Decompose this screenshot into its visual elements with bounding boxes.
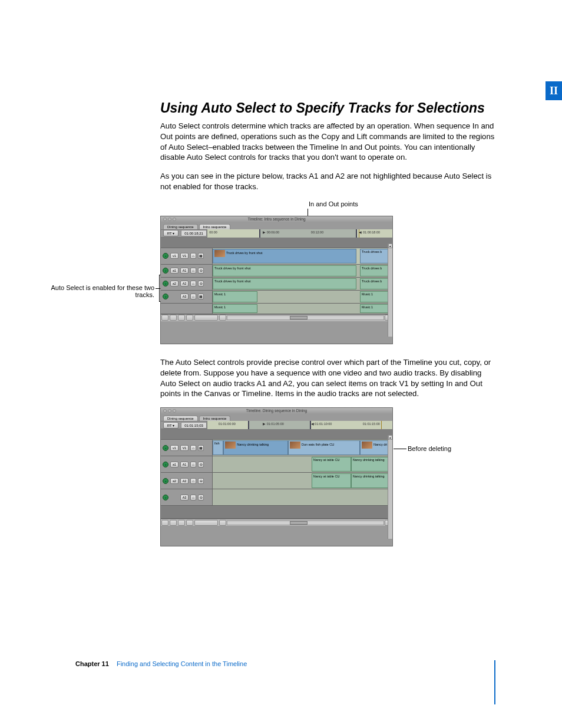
clip[interactable]: Don eats fish plate CU (288, 440, 360, 455)
tab-dining[interactable]: Dining sequence (163, 416, 198, 421)
scroll-up-icon[interactable]: ▴ (388, 435, 392, 440)
dest-patch[interactable]: A3 (180, 294, 189, 299)
auto-select-toggle[interactable]: ● (163, 294, 168, 299)
horizontal-scrollbar[interactable] (227, 521, 384, 525)
lock-icon[interactable]: ⌂ (190, 281, 196, 286)
mute-icon[interactable]: ⊖ (198, 268, 204, 274)
scroll-left-icon[interactable] (219, 315, 226, 321)
tab-intro[interactable]: Intro sequence (199, 224, 231, 229)
track-lane[interactable]: Truck drives by front shot Truck drives … (213, 278, 392, 290)
track-lane[interactable]: Nancy at table CU Nancy drinking talking (213, 473, 392, 489)
toggle-button[interactable] (161, 315, 168, 321)
tab-intro[interactable]: Intro sequence (199, 416, 231, 421)
lock-icon[interactable]: ⌂ (190, 445, 196, 451)
lock-icon[interactable]: ⌂ (190, 495, 196, 500)
playhead[interactable] (381, 421, 382, 429)
track-lane[interactable]: Truck drives by front shot Truck drives … (213, 265, 392, 277)
mute-icon[interactable]: ⊖ (198, 495, 204, 500)
dest-patch[interactable]: A1 (180, 462, 189, 467)
source-patch[interactable]: v1 (170, 445, 178, 451)
lock-icon[interactable]: ⌂ (190, 478, 196, 484)
vertical-scrollbar[interactable]: ▴ (388, 243, 392, 337)
toggle-button[interactable] (178, 315, 185, 321)
timeline-scrollbar[interactable] (161, 314, 392, 321)
clip[interactable]: Nancy drinking talking (223, 440, 288, 455)
lock-icon[interactable]: ⌂ (190, 253, 196, 259)
toggle-button[interactable] (186, 520, 193, 526)
auto-select-toggle[interactable]: ● (163, 478, 168, 484)
timeline-scrollbar[interactable] (161, 519, 392, 526)
mute-icon[interactable]: ⊖ (198, 281, 204, 286)
toggle-button[interactable] (170, 315, 177, 321)
zoom-slider[interactable] (194, 315, 218, 321)
rt-menu[interactable]: RT ▾ (163, 230, 178, 236)
visibility-icon[interactable]: ▦ (198, 253, 204, 259)
clip[interactable]: Music 1 (213, 291, 257, 302)
clip[interactable]: Nancy at table CU (312, 473, 351, 488)
toggle-button[interactable] (161, 520, 168, 526)
dest-patch[interactable]: V1 (180, 253, 189, 259)
dest-patch[interactable]: A1 (180, 268, 189, 274)
traffic-lights[interactable] (163, 409, 176, 413)
dest-patch[interactable]: A2 (180, 478, 189, 484)
clip[interactable]: fish (213, 440, 223, 455)
track-lane[interactable]: Nancy at table CU Nancy drinking talking (213, 456, 392, 472)
lock-icon[interactable]: ⌂ (190, 268, 196, 274)
mute-icon[interactable]: ⊖ (198, 462, 204, 467)
auto-select-toggle[interactable]: ● (163, 495, 168, 500)
clip[interactable]: Nancy drinking talking (351, 457, 391, 472)
tab-dining[interactable]: Dining sequence (163, 224, 198, 229)
auto-select-toggle[interactable]: ● (163, 445, 168, 451)
mute-icon[interactable]: ⊖ (198, 478, 204, 484)
rt-menu[interactable]: RT ▾ (163, 422, 178, 429)
visibility-icon[interactable]: ▦ (198, 445, 204, 451)
source-patch[interactable]: a1 (170, 462, 178, 467)
auto-select-toggle[interactable]: ● (163, 281, 168, 286)
auto-select-toggle[interactable]: ● (163, 268, 168, 274)
toggle-button[interactable] (178, 520, 185, 526)
timeline-ruler[interactable]: 01:01:00:00 ▶ 01:01:05:00 ◀ 01:01:10:00 … (207, 421, 392, 429)
traffic-lights[interactable] (163, 218, 176, 221)
track-lane[interactable] (213, 489, 392, 505)
clip[interactable]: Truck drives b (360, 278, 391, 289)
dest-patch[interactable]: A3 (180, 495, 189, 500)
track-lane[interactable]: Music 1 Music 1 (213, 291, 392, 303)
track-lane[interactable]: Truck drives by front shot Truck drives … (213, 248, 392, 264)
clip[interactable]: Nancy dri (360, 440, 391, 455)
toggle-button[interactable] (186, 315, 193, 321)
clip[interactable]: Music 1 (213, 304, 257, 313)
timecode-field[interactable]: 01:01:15;03 (181, 422, 207, 429)
clip[interactable]: Truck drives by front shot (213, 249, 356, 263)
clip[interactable]: Nancy drinking talking (351, 473, 391, 488)
source-patch[interactable]: a1 (170, 268, 178, 274)
clip[interactable]: Music 1 (360, 291, 391, 302)
clip[interactable]: Truck drives by front shot (213, 265, 356, 276)
zoom-slider[interactable] (194, 520, 218, 526)
timecode-field[interactable]: 01:00:18;21 (181, 230, 207, 236)
clip[interactable]: Truck drives b (360, 265, 391, 276)
mute-icon[interactable]: ▦ (198, 294, 204, 299)
clip[interactable]: Nancy at table CU (312, 457, 351, 472)
clip[interactable]: Music 1 (360, 304, 391, 313)
vertical-scrollbar[interactable]: ▴ (388, 435, 392, 539)
horizontal-scrollbar[interactable] (227, 315, 384, 320)
toggle-button[interactable] (170, 520, 177, 526)
track-lane[interactable]: fish Nancy drinking talking Don eats fis… (213, 440, 392, 456)
source-patch[interactable]: a2 (170, 478, 178, 484)
scroll-up-icon[interactable]: ▴ (388, 243, 392, 248)
track-lane[interactable]: Music 1 Music 1 (213, 304, 392, 314)
clip[interactable]: Truck drives by front shot (213, 278, 356, 289)
lock-icon[interactable]: ⌂ (190, 294, 196, 299)
clip[interactable]: Truck drives b (360, 249, 391, 263)
source-patch[interactable]: v1 (170, 253, 178, 259)
paragraph-2: As you can see in the picture below, tra… (160, 171, 496, 192)
dest-patch[interactable]: A2 (180, 281, 189, 286)
auto-select-toggle[interactable]: ● (163, 253, 168, 259)
timeline-ruler[interactable]: 00:00 ▶ 00:06:00 00:12:00 ◀ 01:00:18:00 (207, 229, 392, 238)
source-patch[interactable]: a2 (170, 281, 178, 286)
auto-select-toggle[interactable]: ● (163, 462, 168, 467)
scroll-left-icon[interactable] (219, 520, 226, 526)
timeline-toolbar: RT ▾ 01:00:18;21 00:00 ▶ 00:06:00 00:12:… (161, 229, 392, 238)
dest-patch[interactable]: V1 (180, 445, 189, 451)
lock-icon[interactable]: ⌂ (190, 462, 196, 467)
